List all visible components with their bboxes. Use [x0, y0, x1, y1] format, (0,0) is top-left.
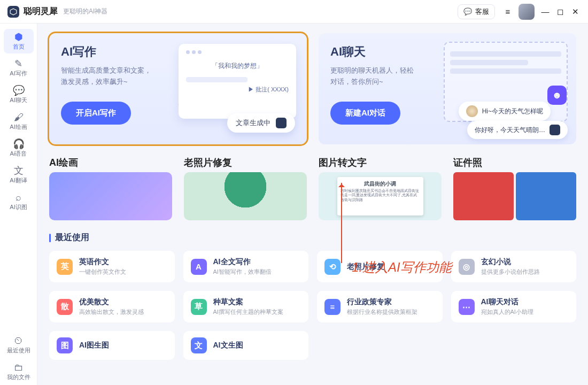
feature-title: 图片转文字	[319, 156, 442, 169]
sidebar-item-write[interactable]: ✎AI写作	[4, 56, 34, 80]
tile-icon: ⋯	[459, 299, 475, 315]
start-write-button[interactable]: 开启AI写作	[61, 102, 131, 125]
folder-icon: 🗀	[14, 363, 24, 372]
feature-photo-restore[interactable]: 老照片修复	[184, 156, 307, 220]
feature-ocr[interactable]: 图片转文字 武昌街的小调 有时候到重庆随意买书总会不自觉地跟武昌街扯去走一回,重…	[319, 156, 442, 220]
sidebar-item-recent[interactable]: ⏲最近使用	[4, 333, 34, 357]
annotation-arrow-icon	[341, 183, 342, 263]
chat-bubble-2: 你好呀，今天天气晴朗…	[467, 121, 568, 139]
card-ai-write[interactable]: AI写作 智能生成高质量文章和文案，激发灵感，效率飙升~ 开启AI写作 AI 「…	[49, 33, 307, 144]
recent-tile[interactable]: ≡行业政策专家根据行业名称提供政策框架	[317, 291, 443, 322]
tile-sub: 宛如真人的AI小助理	[481, 308, 533, 316]
chat-float-icon: ☻	[547, 86, 567, 105]
feature-title: AI绘画	[49, 156, 172, 169]
sidebar: ⬢首页 ✎AI写作 💬AI聊天 🖌AI绘画 🎧Ai语音 文AI翻译 ⌕AI识图 …	[0, 24, 37, 385]
svg-marker-0	[10, 9, 17, 15]
sidebar-item-translate[interactable]: 文AI翻译	[4, 163, 34, 187]
tile-icon: 文	[191, 337, 207, 353]
annotation-text: 1.进入AI写作功能	[352, 259, 452, 276]
recent-tile[interactable]: AAI全文写作AI智能写作，效率翻倍	[183, 251, 309, 282]
sidebar-item-files[interactable]: 🗀我的文件	[4, 359, 34, 384]
tile-icon: 散	[57, 299, 73, 315]
feature-title: 老照片修复	[184, 156, 307, 169]
tile-title: 行业政策专家	[347, 297, 417, 307]
write-graphic: 「我和我的梦想」 ▶ 批注( XXXX)	[179, 44, 296, 119]
maximize-button[interactable]: ◻	[553, 4, 568, 19]
tile-title: 优美散文	[79, 297, 144, 307]
card-ai-chat[interactable]: AI聊天 更聪明的聊天机器人，轻松对话，答你所问~ 新建AI对话 ☻ Hi~今天…	[319, 33, 576, 144]
feature-thumb	[184, 172, 307, 220]
menu-button[interactable]: ≡	[500, 4, 515, 19]
mini-avatar-icon	[466, 105, 478, 117]
recent-tile[interactable]: ◎玄幻小说提供更多小说创作思路	[451, 251, 577, 282]
recent-tile[interactable]: 文AI文生图	[183, 331, 309, 360]
feature-id-photo[interactable]: 证件照	[453, 156, 576, 220]
sidebar-item-ocr[interactable]: ⌕AI识图	[4, 189, 34, 214]
chat-icon: 💬	[463, 7, 472, 16]
recent-heading: 最近使用	[49, 232, 576, 243]
tile-icon: ⟲	[324, 259, 341, 275]
chat-icon: 💬	[13, 86, 25, 95]
tile-title: 英语作文	[79, 257, 126, 267]
headphone-icon: 🎧	[13, 139, 25, 149]
tile-icon: 图	[57, 337, 73, 353]
translate-icon: 文	[14, 166, 24, 175]
feature-thumb: 武昌街的小调 有时候到重庆随意买书总会不自觉地跟武昌街扯去走一回,重达发现武昌街…	[319, 172, 442, 220]
recent-tile[interactable]: 草种草文案AI撰写任何主题的种草文案	[183, 291, 309, 322]
card-chat-desc: 更聪明的聊天机器人，轻松对话，答你所问~	[330, 65, 432, 88]
tile-sub: AI智能写作，效率翻倍	[213, 268, 272, 276]
recent-tile[interactable]: 图AI图生图	[49, 331, 175, 360]
sidebar-item-voice[interactable]: 🎧Ai语音	[4, 136, 34, 160]
feature-ai-paint[interactable]: AI绘画	[49, 156, 172, 220]
user-avatar[interactable]	[519, 4, 535, 20]
recent-tile[interactable]: 英英语作文一键创作英文作文	[49, 251, 175, 282]
home-icon: ⬢	[14, 32, 23, 42]
close-button[interactable]: ✕	[568, 4, 583, 19]
feature-title: 证件照	[453, 156, 576, 169]
app-name: 聪明灵犀	[24, 6, 58, 17]
chat-bubble-1: Hi~今天的天气怎样呢	[459, 102, 551, 121]
tile-icon: 草	[191, 299, 207, 315]
app-slogan: 更聪明的AI神器	[63, 7, 107, 16]
tile-title: AI文生图	[213, 341, 243, 350]
tile-sub: 高效输出散文，激发灵感	[79, 308, 144, 316]
hex-badge-icon	[550, 125, 560, 135]
minimize-button[interactable]: —	[538, 4, 553, 19]
titlebar: 聪明灵犀 更聪明的AI神器 💬 客服 ≡ — ◻ ✕	[0, 0, 588, 24]
hex-badge-icon	[276, 118, 287, 128]
window-dots-icon	[186, 50, 289, 54]
brush-icon: 🖌	[14, 112, 24, 122]
doc-preview: 武昌街的小调 有时候到重庆随意买书总会不自觉地跟武昌街扯去走一回,重达发现武昌街…	[337, 177, 423, 215]
pen-icon: ✎	[14, 59, 22, 68]
write-quote: 「我和我的梦想」	[186, 61, 289, 71]
scan-icon: ⌕	[16, 192, 21, 202]
tile-sub: 提供更多小说创作思路	[481, 268, 540, 276]
start-chat-button[interactable]: 新建AI对话	[330, 102, 400, 125]
tile-title: AI图生图	[79, 341, 109, 350]
tile-icon: ◎	[459, 259, 475, 275]
feature-thumb	[49, 172, 172, 220]
tile-icon: 英	[57, 259, 73, 275]
generating-pill: 文章生成中	[227, 113, 295, 133]
tile-title: 种草文案	[213, 297, 283, 307]
recent-tile[interactable]: ⋯AI聊天对话宛如真人的AI小助理	[451, 291, 577, 322]
card-write-desc: 智能生成高质量文章和文案，激发灵感，效率飙升~	[61, 65, 163, 88]
write-note: ▶ 批注( XXXX)	[186, 86, 289, 94]
sidebar-item-paint[interactable]: 🖌AI绘画	[4, 109, 34, 134]
tile-sub: 根据行业名称提供政策框架	[347, 308, 417, 316]
feature-thumb	[453, 172, 576, 220]
support-label: 客服	[475, 7, 489, 17]
app-logo-icon	[7, 6, 19, 18]
generating-label: 文章生成中	[236, 118, 270, 128]
recent-tile[interactable]: 散优美散文高效输出散文，激发灵感	[49, 291, 175, 322]
clock-icon: ⏲	[14, 336, 24, 345]
tile-title: AI全文写作	[213, 257, 272, 267]
sidebar-item-home[interactable]: ⬢首页	[4, 29, 34, 53]
tile-sub: 一键创作英文作文	[79, 268, 126, 276]
tile-title: AI聊天对话	[481, 297, 533, 307]
tile-sub: AI撰写任何主题的种草文案	[213, 308, 283, 316]
tile-icon: ≡	[324, 299, 341, 315]
support-button[interactable]: 💬 客服	[458, 4, 495, 19]
sidebar-item-chat[interactable]: 💬AI聊天	[4, 82, 34, 107]
tile-icon: A	[191, 259, 207, 275]
